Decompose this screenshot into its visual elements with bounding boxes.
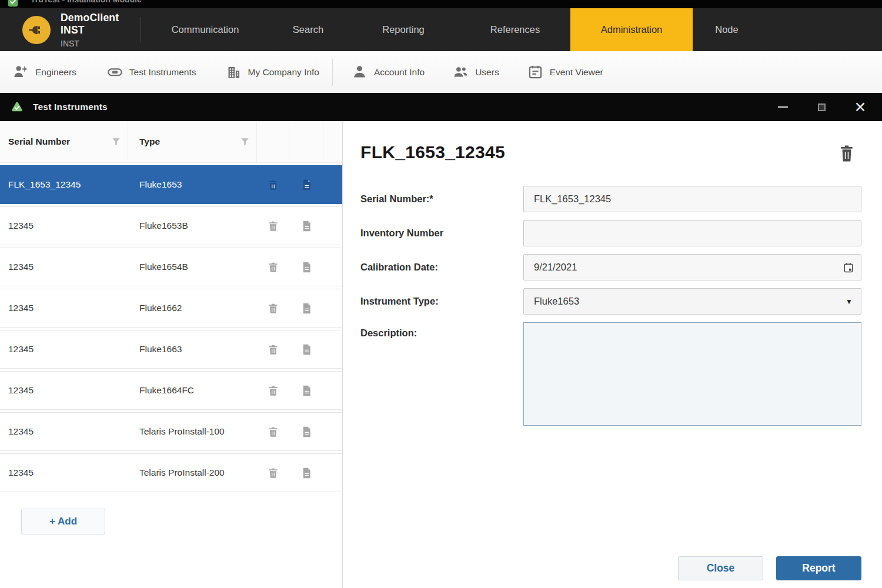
trash-icon[interactable] [267,261,279,273]
instrument-form: Serial Number:* Inventory Number Calibra… [360,186,861,428]
calendar-icon[interactable] [843,261,854,273]
filter-icon[interactable] [111,137,121,147]
cell-serial-number: 12345 [0,467,128,478]
trash-icon[interactable] [267,343,279,356]
cell-serial-number: 12345 [0,385,128,396]
table-row[interactable]: 12345Fluke1653B [0,206,342,245]
table-row[interactable]: 12345Telaris ProInstall-100 [0,412,342,451]
cell-type: Telaris ProInstall-100 [128,426,257,437]
document-icon[interactable] [300,302,313,315]
trash-icon[interactable] [267,179,279,191]
description-label: Description: [360,328,523,339]
table-row[interactable]: 12345Fluke1654B [0,248,342,286]
nav-tabs: CommunicationSearchReportingReferencesAd… [141,8,882,51]
plug-icon [28,21,45,39]
cell-type: Fluke1663 [128,344,257,355]
os-titlebar: TruTest - Installation Module [0,0,882,8]
cell-type: Telaris ProInstall-200 [128,467,257,478]
dialog-titlebar: Test Instruments ✕ [0,93,882,121]
document-icon[interactable] [300,385,313,397]
table-row[interactable]: 12345Fluke1664FC [0,371,342,410]
delete-instrument-button[interactable] [839,145,854,162]
toolbar-item-test-instruments[interactable]: Test Instruments [107,64,196,80]
inventory-number-label: Inventory Number [360,228,523,239]
column-label: Serial Number [0,136,70,147]
toolbar-item-label: Account Info [374,67,425,78]
cell-type: Fluke1662 [128,303,257,313]
nav-tab-references[interactable]: References [460,8,570,51]
document-icon[interactable] [300,179,313,191]
toolbar-item-account-info[interactable]: Account Info [352,64,425,80]
description-textarea[interactable] [523,322,861,426]
column-report [289,121,323,162]
nav-tab-reporting[interactable]: Reporting [347,8,460,51]
toolbar-item-event-viewer[interactable]: Event Viewer [527,64,603,80]
nav-tab-search[interactable]: Search [269,8,347,51]
nav-tab-node[interactable]: Node [693,8,761,51]
trash-icon[interactable] [267,426,279,438]
table-row[interactable]: 12345Fluke1663 [0,330,342,369]
brand-name: DemoClient INST [61,12,141,36]
brand-text: DemoClient INST INST [61,12,141,48]
filter-icon[interactable] [240,137,250,147]
document-icon[interactable] [300,467,313,479]
trash-icon[interactable] [267,220,279,232]
maximize-button[interactable] [802,93,841,121]
chevron-down-icon: ▼ [846,298,853,306]
report-button[interactable]: Report [776,556,861,580]
engineers-icon [13,64,29,80]
toolbar-item-my-company-info[interactable]: My Company Info [226,64,319,80]
column-serial-number: Serial Number [0,121,128,162]
cell-serial-number: 12345 [0,344,128,355]
brand-block: DemoClient INST INST [0,8,141,51]
cell-type: Fluke1654B [128,262,257,272]
form-row-serial: Serial Number:* [360,186,861,212]
inventory-number-input[interactable] [523,220,861,246]
users-icon [453,64,469,80]
column-spacer [323,121,342,162]
trash-icon[interactable] [267,302,279,315]
os-window-title: TruTest - Installation Module [31,0,142,4]
table-row[interactable]: 12345Telaris ProInstall-200 [0,453,342,492]
trutest-triangle-icon [11,101,25,113]
instrument-detail-panel: FLK_1653_12345 Serial Number:* Inventory… [343,121,882,588]
toolbar-item-label: Users [475,67,499,78]
brand-subtitle: INST [61,39,141,48]
close-window-button[interactable]: ✕ [841,93,880,121]
add-instrument-button[interactable]: + Add [21,509,105,534]
instrument-type-select[interactable]: Fluke1653 ▼ [523,288,861,315]
app-logo-icon [8,0,18,6]
detail-header: FLK_1653_12345 [360,142,861,162]
document-icon[interactable] [300,343,313,356]
instrument-rows: FLK_1653_12345Fluke165312345Fluke1653B12… [0,163,342,495]
building-icon [226,64,242,80]
table-row[interactable]: 12345Fluke1662 [0,289,342,328]
cell-type: Fluke1653 [128,179,257,190]
detail-title: FLK_1653_12345 [360,142,505,162]
nav-tab-communication[interactable]: Communication [141,8,269,51]
test-instrument-icon [107,64,123,80]
close-button[interactable]: Close [678,556,763,580]
toolbar-item-users[interactable]: Users [453,64,499,80]
document-icon[interactable] [300,426,313,438]
instruments-list-panel: Serial Number Type FLK_1653_12345Fluke16… [0,121,343,588]
cell-type: Fluke1664FC [128,385,257,396]
admin-toolbar: EngineersTest InstrumentsMy Company Info… [0,51,882,93]
trash-icon[interactable] [267,385,279,397]
client-logo [22,16,51,44]
document-icon[interactable] [300,220,313,232]
column-label: Type [128,136,160,147]
cell-serial-number: FLK_1653_12345 [0,179,128,190]
serial-number-input[interactable] [523,186,861,212]
trash-icon[interactable] [267,467,279,479]
nav-tab-administration[interactable]: Administration [570,8,693,51]
minimize-button[interactable] [763,93,802,121]
form-row-type: Instrument Type: Fluke1653 ▼ [360,288,861,315]
toolbar-item-label: Test Instruments [129,67,196,78]
toolbar-item-engineers[interactable]: Engineers [13,64,76,80]
table-row[interactable]: FLK_1653_12345Fluke1653 [0,165,342,204]
form-row-inventory: Inventory Number [360,220,861,246]
instrument-type-label: Instrument Type: [360,296,523,307]
calibration-date-input[interactable] [523,254,861,280]
document-icon[interactable] [300,261,313,273]
